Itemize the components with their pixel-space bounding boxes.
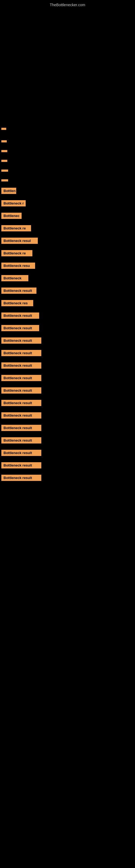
bottleneck-label: Bottlenec <box>1 213 21 219</box>
bottleneck-label: Bottleneck result <box>1 362 41 369</box>
bottleneck-item: Bottleneck result <box>1 325 135 331</box>
bottleneck-item: Bottleneck result <box>1 400 135 406</box>
bottleneck-item: Bottleneck result <box>1 412 135 418</box>
bottleneck-item: Bottleneck result <box>1 450 135 456</box>
bottleneck-item: Bottleneck result <box>1 475 135 481</box>
bottleneck-item <box>1 128 135 130</box>
bottleneck-label: Bottleneck result <box>1 325 39 331</box>
bottleneck-item: Bottleneck result <box>1 362 135 369</box>
bottleneck-item <box>1 169 135 172</box>
bottleneck-label: Bottlen <box>1 188 16 194</box>
bottleneck-label: Bottleneck result <box>1 400 41 406</box>
bottleneck-label: Bottleneck re <box>1 250 32 256</box>
bottleneck-label: Bottleneck result <box>1 350 41 356</box>
site-title: TheBottlenecker.com <box>0 0 135 8</box>
bottleneck-label: Bottleneck result <box>1 337 41 344</box>
bottleneck-item: Bottleneck res <box>1 300 135 306</box>
bottleneck-label: Bottleneck result <box>1 475 41 481</box>
bottleneck-item: Bottleneck result <box>1 437 135 443</box>
bottleneck-item: Bottleneck result <box>1 337 135 344</box>
bottleneck-item <box>1 179 135 182</box>
bottleneck-label: Bottleneck result <box>1 425 41 431</box>
bottleneck-item: Bottlenec <box>1 213 135 219</box>
bottleneck-label <box>1 169 8 172</box>
bottleneck-item <box>1 150 135 152</box>
bottleneck-label: Bottleneck result <box>1 287 37 294</box>
bottleneck-item: Bottleneck re <box>1 250 135 256</box>
bottleneck-item: Bottleneck result <box>1 388 135 394</box>
bottleneck-item: Bottleneck re <box>1 225 135 231</box>
bottleneck-item: Bottleneck result <box>1 425 135 431</box>
bottleneck-item: Bottleneck result <box>1 462 135 468</box>
bottleneck-item <box>1 160 135 162</box>
bottleneck-label: Bottleneck result <box>1 450 41 456</box>
content-area: BottlenBottleneck rBottlenecBottleneck r… <box>0 117 135 486</box>
bottleneck-label: Bottleneck result <box>1 375 41 381</box>
bottleneck-label <box>1 179 8 182</box>
bottleneck-label: Bottleneck <box>1 275 28 281</box>
bottleneck-label: Bottleneck result <box>1 437 41 443</box>
bottleneck-label: Bottleneck resul <box>1 238 38 244</box>
bottleneck-item: Bottleneck <box>1 275 135 281</box>
bottleneck-item: Bottleneck result <box>1 375 135 381</box>
bottleneck-label: Bottleneck result <box>1 388 41 394</box>
bottleneck-label: Bottleneck r <box>1 200 26 207</box>
bottleneck-label: Bottleneck resu <box>1 262 35 269</box>
bottleneck-label: Bottleneck result <box>1 462 41 468</box>
bottleneck-item: Bottleneck result <box>1 287 135 294</box>
bottleneck-item: Bottleneck result <box>1 312 135 319</box>
bottleneck-label <box>1 150 7 152</box>
bottleneck-item: Bottleneck result <box>1 350 135 356</box>
bottleneck-item: Bottleneck resu <box>1 262 135 269</box>
bottleneck-label <box>1 128 6 130</box>
bottleneck-item: Bottlen <box>1 188 135 194</box>
bottleneck-item: Bottleneck resul <box>1 238 135 244</box>
bottleneck-label <box>1 140 7 143</box>
bottleneck-label: Bottleneck res <box>1 300 33 306</box>
bottleneck-label: Bottleneck re <box>1 225 31 231</box>
bottleneck-item: Bottleneck r <box>1 200 135 207</box>
bottleneck-label: Bottleneck result <box>1 312 39 319</box>
bottleneck-item <box>1 140 135 143</box>
bottleneck-label: Bottleneck result <box>1 412 41 418</box>
bottleneck-label <box>1 160 7 162</box>
